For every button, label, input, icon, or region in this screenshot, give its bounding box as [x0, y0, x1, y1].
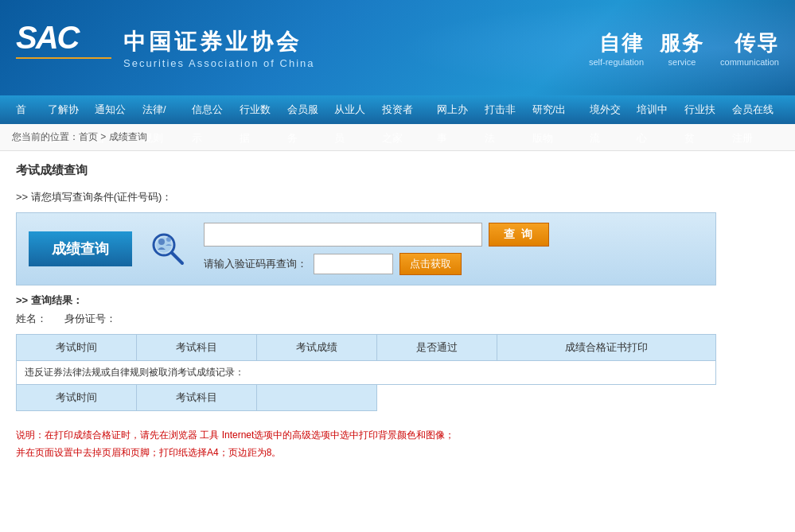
nav-antifake[interactable]: 打击非法 — [477, 95, 524, 124]
nav-member[interactable]: 会员服务 — [279, 95, 327, 124]
motto-chuandao-chinese: 传导 — [720, 29, 779, 57]
nav-investor[interactable]: 投资者之家 — [374, 95, 430, 124]
id-value — [119, 313, 130, 324]
th-pass: 是否通过 — [376, 335, 497, 361]
th-exam-time: 考试时间 — [17, 335, 137, 361]
query-instruction: >> 请您填写查询条件(证件号码)： — [16, 190, 779, 204]
th2-exam-subject: 考试科目 — [136, 385, 256, 411]
notice-text: 说明：在打印成绩合格证时，请先在浏览器 工具 Internet选项中的高级选项中… — [16, 427, 716, 461]
motto-fuwu: 服务 service — [660, 29, 704, 67]
org-name: 中国证券业协会 Securities Association of China — [123, 27, 314, 69]
search-row1: 查 询 — [204, 223, 703, 247]
result-title: >> 查询结果： — [16, 293, 779, 308]
name-label: 姓名： — [16, 313, 47, 324]
notice-line2: 并在页面设置中去掉页眉和页脚；打印纸选择A4；页边距为8。 — [16, 447, 281, 458]
motto-chuandao-english: communication — [720, 57, 779, 67]
search-row2: 请输入验证码再查询： 点击获取 — [204, 253, 703, 275]
nav-research[interactable]: 研究/出版物 — [524, 95, 582, 124]
nav-staff[interactable]: 从业人员 — [326, 95, 374, 124]
nav-data[interactable]: 行业数据 — [232, 95, 279, 124]
sac-logo: SAC — [16, 20, 111, 76]
nav-law[interactable]: 法律/规则 — [134, 95, 184, 124]
main-content: 考试成绩查询 >> 请您填写查询条件(证件号码)： 成绩查询 查 — [0, 151, 795, 473]
nav-poverty[interactable]: 行业扶贫 — [676, 95, 724, 124]
nav-register[interactable]: 会员在线注册 — [724, 95, 787, 124]
th-exam-score: 考试成绩 — [256, 335, 376, 361]
breadcrumb-text: 您当前的位置：首页 > 成绩查询 — [12, 131, 147, 142]
logo-area: SAC 中国证券业协会 Securities Association of Ch… — [0, 20, 589, 76]
motto-ziyu-chinese: 自律 — [589, 29, 644, 57]
search-inputs: 查 询 请输入验证码再查询： 点击获取 — [204, 223, 703, 275]
org-english: Securities Association of China — [123, 57, 314, 69]
motto-chuandao: 传导 communication — [720, 29, 779, 67]
captcha-input[interactable] — [314, 254, 393, 274]
org-chinese: 中国证券业协会 — [123, 27, 314, 57]
table1-violation-row: 违反证券法律法规或自律规则被取消考试成绩记录： — [17, 361, 716, 385]
mottos-container: 自律 self-regulation 服务 service 传导 communi… — [589, 29, 779, 67]
th-exam-subject: 考试科目 — [136, 335, 256, 361]
motto-fuwu-english: service — [660, 57, 704, 67]
header: SAC 中国证券业协会 Securities Association of Ch… — [0, 0, 795, 95]
th2-empty — [256, 385, 376, 411]
sac-text: SAC — [16, 20, 111, 56]
nav-info[interactable]: 信息公示 — [184, 95, 232, 124]
id-label: 身份证号： — [64, 313, 116, 324]
search-button[interactable]: 查 询 — [489, 223, 549, 247]
table2-header-row: 考试时间 考试科目 — [17, 385, 716, 411]
nav-bar: 首页 了解协会 通知公告 法律/规则 信息公示 行业数据 会员服务 从业人员 投… — [0, 95, 795, 124]
table1-header-row: 考试时间 考试科目 考试成绩 是否通过 成绩合格证书打印 — [17, 335, 716, 361]
result-section: >> 查询结果： 姓名： 身份证号： — [16, 293, 779, 326]
captcha-button[interactable]: 点击获取 — [399, 253, 462, 275]
nav-notice[interactable]: 通知公告 — [87, 95, 134, 124]
svg-point-3 — [158, 239, 165, 245]
motto-ziyu: 自律 self-regulation — [589, 29, 644, 67]
nav-online[interactable]: 网上办事 — [429, 95, 477, 124]
name-value — [50, 313, 61, 324]
header-right: 自律 self-regulation 服务 service 传导 communi… — [589, 29, 795, 67]
search-icon-area — [144, 229, 192, 269]
notice-line1: 说明：在打印成绩合格证时，请先在浏览器 工具 Internet选项中的高级选项中… — [16, 429, 454, 441]
magnifier-icon — [148, 229, 188, 269]
result-info: 姓名： 身份证号： — [16, 312, 779, 326]
page-title: 考试成绩查询 — [16, 163, 779, 178]
th2-exam-time: 考试时间 — [17, 385, 137, 411]
nav-about[interactable]: 了解协会 — [40, 95, 88, 124]
svg-point-4 — [166, 237, 171, 242]
notice-section: 说明：在打印成绩合格证时，请先在浏览器 工具 Internet选项中的高级选项中… — [16, 427, 716, 461]
nav-abroad[interactable]: 境外交流 — [582, 95, 629, 124]
nav-home[interactable]: 首页 — [8, 95, 40, 124]
th-print: 成绩合格证书打印 — [497, 335, 715, 361]
motto-fuwu-chinese: 服务 — [660, 29, 704, 57]
id-number-input[interactable] — [204, 223, 482, 247]
result-table-1: 考试时间 考试科目 考试成绩 是否通过 成绩合格证书打印 违反证券法律法规或自律… — [16, 334, 716, 411]
captcha-label: 请输入验证码再查询： — [204, 257, 307, 271]
nav-training[interactable]: 培训中心 — [629, 95, 676, 124]
search-box: 成绩查询 查 询 请输入验证码再查询： — [16, 212, 716, 285]
violation-notice: 违反证券法律法规或自律规则被取消考试成绩记录： — [17, 361, 716, 385]
motto-ziyu-english: self-regulation — [589, 57, 644, 67]
search-label: 成绩查询 — [29, 231, 132, 266]
svg-line-2 — [172, 253, 182, 263]
